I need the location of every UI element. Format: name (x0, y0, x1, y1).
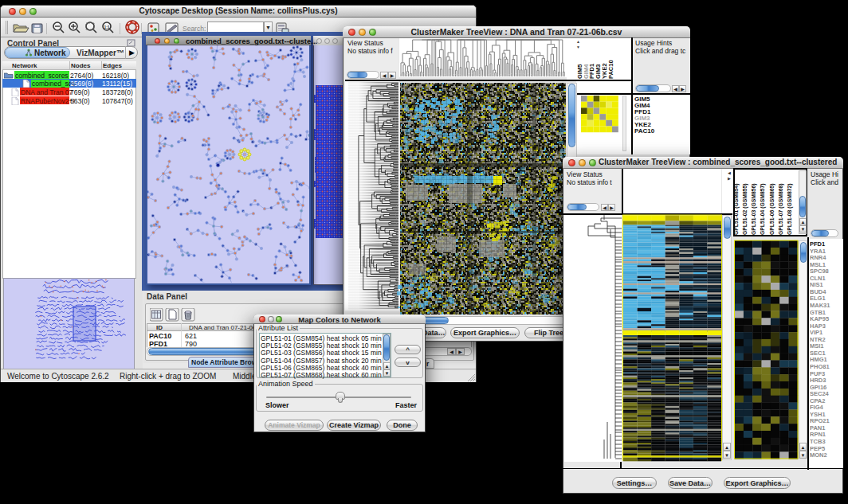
svg-text:1:1: 1:1 (104, 25, 109, 29)
